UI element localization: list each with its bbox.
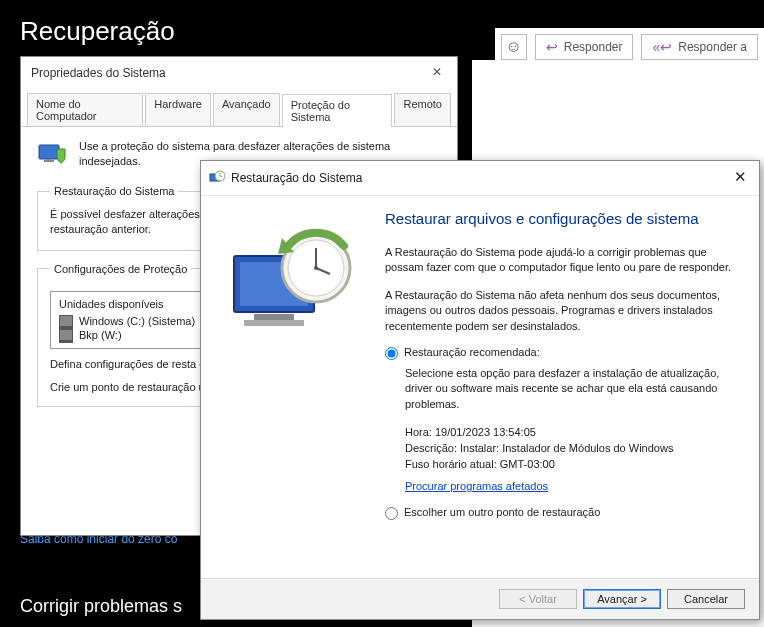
reply-label: Responder [564,40,623,54]
restore-paragraph-1: A Restauração do Sistema pode ajudá-lo a… [385,245,741,276]
system-restore-titlebar: Restauração do Sistema ✕ [201,161,759,196]
restore-artwork [219,210,369,570]
tab-bar: Nome do Computador Hardware Avançado Pro… [21,89,457,127]
system-restore-dialog: Restauração do Sistema ✕ Restaurar arqui… [200,160,760,620]
reply-all-button[interactable]: «↩ Responder a [641,34,758,60]
choose-other-point-radio[interactable]: Escolher um outro ponto de restauração [385,506,741,520]
svg-point-13 [314,266,318,270]
close-icon[interactable]: ✕ [729,167,751,189]
reply-button[interactable]: ↩ Responder [535,34,634,60]
restore-title-icon [209,170,225,186]
tab-remote[interactable]: Remoto [394,93,451,126]
cancel-button[interactable]: Cancelar [667,589,745,609]
drive-icon [59,315,73,327]
drive-label: Windows (C:) (Sistema) [79,315,195,327]
back-button: < Voltar [499,589,577,609]
recommended-restore-radio[interactable]: Restauração recomendada: [385,346,741,360]
choose-other-point-label: Escolher um outro ponto de restauração [404,506,600,518]
restore-description: Descrição: Instalar: Instalador de Módul… [405,442,741,454]
restore-heading: Restaurar arquivos e configurações de si… [385,210,741,227]
drive-icon [59,329,73,341]
reply-all-label: Responder a [678,40,747,54]
mail-action-bar: ☺ ↩ Responder «↩ Responder a [495,28,764,66]
restore-time: Hora: 19/01/2023 13:54:05 [405,426,741,438]
drive-label: Bkp (W:) [79,329,122,341]
system-properties-titlebar: Propriedades do Sistema ✕ [21,57,457,89]
system-properties-title: Propriedades do Sistema [31,66,166,80]
svg-rect-0 [39,145,59,159]
svg-rect-8 [244,320,304,326]
choose-other-point-radio-input[interactable] [385,507,398,520]
reply-icon: ↩ [546,39,558,55]
tab-hardware[interactable]: Hardware [145,93,211,126]
svg-rect-7 [254,314,294,320]
recommended-restore-label: Restauração recomendada: [404,346,540,358]
close-icon[interactable]: ✕ [427,63,447,83]
system-restore-title: Restauração do Sistema [231,171,362,185]
next-button[interactable]: Avançar > [583,589,661,609]
tab-system-protection[interactable]: Proteção do Sistema [282,94,393,127]
recommended-restore-description: Selecione esta opção para desfazer a ins… [405,366,741,412]
tab-advanced[interactable]: Avançado [213,93,280,126]
shield-monitor-icon [37,139,69,171]
tab-computer-name[interactable]: Nome do Computador [27,93,143,126]
settings-fix-problems-heading: Corrigir problemas s [20,596,182,617]
svg-rect-2 [47,159,51,161]
protection-group-legend: Configurações de Proteção [50,263,191,275]
restore-timezone: Fuso horário atual: GMT-03:00 [405,458,741,470]
recommended-restore-radio-input[interactable] [385,347,398,360]
restore-paragraph-2: A Restauração do Sistema não afeta nenhu… [385,288,741,334]
restore-footer: < Voltar Avançar > Cancelar [201,578,759,619]
reply-all-icon: «↩ [652,39,672,55]
emoji-button[interactable]: ☺ [501,34,527,60]
affected-programs-link[interactable]: Procurar programas afetados [405,480,548,492]
restore-group-legend: Restauração do Sistema [50,185,178,197]
restore-content: Restaurar arquivos e configurações de si… [385,210,741,570]
